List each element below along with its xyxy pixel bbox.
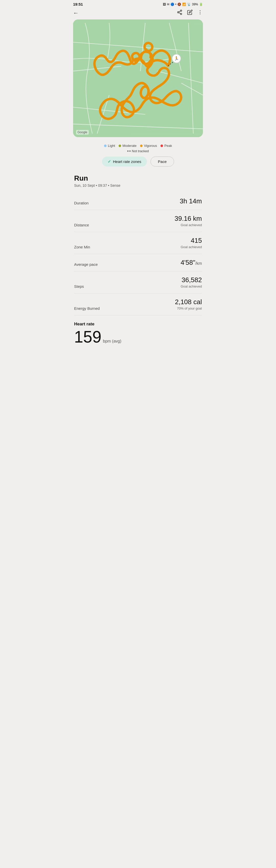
nt-dot-1 [127, 150, 129, 152]
energy-value-block: 2,108 cal 70% of your goal [175, 298, 202, 311]
vigorous-label: Vigorous [144, 144, 157, 148]
energy-value: 2,108 cal [175, 298, 202, 306]
peak-label: Peak [164, 144, 172, 148]
zone-min-value: 415 [181, 237, 202, 245]
peak-dot [161, 145, 163, 147]
duration-label: Duration [74, 201, 89, 205]
vigorous-dot [140, 145, 143, 147]
svg-point-5 [200, 10, 201, 11]
light-dot [104, 145, 107, 147]
stat-avg-pace: Average pace 4'58"/km [74, 254, 202, 272]
app-icon: 🔵 [170, 3, 174, 6]
zone-min-label: Zone Min [74, 245, 90, 249]
energy-label: Energy Burned [74, 306, 100, 311]
mute-icon: 🔕 [177, 3, 181, 6]
activity-section: Run Sun, 10 Sept • 09:37 • Sense Duratio… [69, 172, 207, 315]
stat-zone-min: Zone Min 415 Goal achieved [74, 232, 202, 254]
heart-rate-section: Heart rate 159 bpm (avg) [69, 315, 207, 348]
duration-value: 3h 14m [180, 197, 202, 205]
svg-line-3 [179, 12, 180, 13]
heart-rate-title: Heart rate [74, 321, 202, 327]
moderate-dot [118, 145, 121, 147]
svg-rect-8 [73, 23, 203, 134]
checkmark-icon: ✓ [108, 159, 111, 164]
distance-value: 39.16 km [175, 215, 202, 223]
steps-value-block: 36,582 Goal achieved [181, 276, 202, 288]
steps-sub: Goal achieved [181, 284, 202, 288]
heart-rate-zones-label: Heart rate zones [113, 159, 141, 164]
heart-rate-unit: bpm (avg) [103, 339, 122, 344]
google-watermark: Google [76, 130, 89, 134]
zone-buttons: ✓ Heart rate zones Pace [69, 156, 207, 172]
pace-button[interactable]: Pace [150, 157, 174, 166]
map-container: 🏃 Google [73, 20, 203, 137]
map-background: 🏃 Google [73, 20, 203, 137]
signal-icon: 📡 [187, 3, 191, 6]
zone-min-sub: Goal achieved [181, 245, 202, 249]
steps-label: Steps [74, 284, 84, 288]
dot-icon: • [175, 3, 176, 6]
stat-duration: Duration 3h 14m [74, 193, 202, 210]
avg-pace-value-block: 4'58"/km [181, 259, 202, 267]
not-tracked-dots [127, 150, 131, 152]
status-time: 19:51 [73, 2, 83, 6]
battery-level: 39% [192, 3, 198, 6]
stat-steps: Steps 36,582 Goal achieved [74, 272, 202, 293]
share-button[interactable] [177, 9, 182, 17]
nt-dot-2 [129, 150, 131, 152]
light-label: Light [108, 144, 115, 148]
steps-value: 36,582 [181, 276, 202, 284]
legend-light: Light [104, 144, 115, 148]
not-tracked-label: Not tracked [132, 149, 149, 153]
email-icon: ✉ [167, 3, 169, 6]
avg-pace-value: 4'58"/km [181, 259, 202, 266]
svg-line-4 [179, 11, 180, 12]
duration-value-block: 3h 14m [180, 197, 202, 205]
more-button[interactable] [197, 9, 203, 17]
battery-icon: 🔋 [199, 3, 203, 6]
back-button[interactable]: ← [73, 10, 79, 17]
pace-label: Pace [158, 159, 167, 164]
avg-pace-number: 4'58" [181, 259, 196, 266]
edit-button[interactable] [187, 9, 193, 17]
legend-peak: Peak [161, 144, 172, 148]
energy-sub: 70% of your goal [177, 307, 202, 310]
moderate-label: Moderate [123, 144, 136, 148]
svg-point-6 [200, 12, 201, 13]
distance-value-block: 39.16 km Goal achieved [175, 215, 202, 227]
heart-rate-value: 159 [74, 329, 101, 345]
status-icons: 🖼 ✉ 🔵 • 🔕 📶 📡 39% 🔋 [163, 3, 203, 6]
activity-title: Run [74, 174, 202, 182]
map-svg: 🏃 [73, 20, 203, 137]
activity-subtitle: Sun, 10 Sept • 09:37 • Sense [74, 183, 202, 188]
stat-distance: Distance 39.16 km Goal achieved [74, 210, 202, 232]
not-tracked-legend: Not tracked [69, 149, 207, 156]
legend: Light Moderate Vigorous Peak [69, 141, 207, 149]
heart-rate-zones-button[interactable]: ✓ Heart rate zones [102, 157, 147, 166]
svg-point-7 [200, 13, 201, 14]
nav-actions [177, 9, 203, 17]
status-bar: 19:51 🖼 ✉ 🔵 • 🔕 📶 📡 39% 🔋 [69, 0, 207, 7]
stat-energy: Energy Burned 2,108 cal 70% of your goal [74, 293, 202, 315]
distance-sub: Goal achieved [181, 223, 202, 227]
wifi-icon: 📶 [182, 3, 186, 6]
svg-text:🏃: 🏃 [174, 57, 179, 61]
legend-moderate: Moderate [118, 144, 136, 148]
zone-min-value-block: 415 Goal achieved [181, 237, 202, 249]
distance-label: Distance [74, 223, 89, 227]
avg-pace-label: Average pace [74, 262, 98, 267]
avg-pace-unit: /km [195, 261, 202, 266]
photo-icon: 🖼 [163, 3, 166, 6]
top-nav: ← [69, 7, 207, 20]
heart-rate-value-row: 159 bpm (avg) [74, 329, 202, 345]
legend-vigorous: Vigorous [140, 144, 157, 148]
